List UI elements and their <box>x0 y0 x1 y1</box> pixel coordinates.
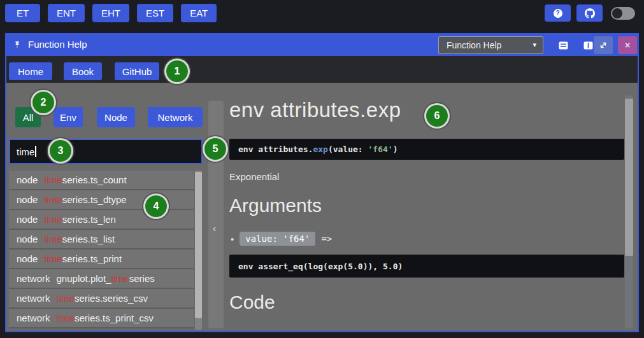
annotation-number: 5 <box>213 143 218 155</box>
top-toolbar-right: ? <box>545 4 635 22</box>
detail-scrollbar-thumb[interactable] <box>625 99 633 256</box>
sig-part: ) <box>393 144 398 154</box>
toolbar-button-est[interactable]: EST <box>137 4 173 22</box>
signature-code-block: env attributes.exp(value: 'f64') <box>229 139 624 160</box>
argument-item: • value: 'f64' => <box>231 232 332 246</box>
nav-strip: Home Book GitHub <box>6 56 638 83</box>
match-highlight: time <box>44 234 62 244</box>
search-input[interactable]: time <box>9 139 203 164</box>
annotation-circle-6: 6 <box>426 105 448 127</box>
result-row[interactable]: networkgnuplot.plot_timeseries <box>9 269 194 289</box>
pin-icon <box>13 41 22 52</box>
match-highlight: time <box>57 293 75 304</box>
function-summary: Exponential <box>229 171 279 182</box>
help-button[interactable]: ? <box>545 4 571 22</box>
window-title: Function Help <box>28 39 87 50</box>
maximize-button[interactable] <box>594 36 613 54</box>
result-prefix: network <box>17 313 50 323</box>
result-row[interactable]: networktimeseries.series_csv <box>9 289 194 309</box>
result-prefix: network <box>17 293 50 304</box>
theme-toggle[interactable] <box>611 7 635 20</box>
result-row[interactable]: nodetimeseries.ts_count <box>9 171 194 190</box>
nav-github-button[interactable]: GitHub <box>115 62 159 80</box>
maximize-icon <box>599 41 608 50</box>
help-icon: ? <box>554 9 562 18</box>
result-row[interactable]: networktimeseries.ts_print_csv <box>9 309 194 328</box>
result-name: timeseries.series_csv <box>57 293 148 304</box>
panel-divider[interactable]: ‹ <box>208 101 224 328</box>
list-scrollbar[interactable] <box>195 171 202 330</box>
match-highlight: time <box>44 253 62 264</box>
search-value: time <box>17 146 34 157</box>
nav-home-button[interactable]: Home <box>9 62 52 80</box>
screen: ET ENT EHT EST EAT ? Function Help Funct… <box>0 0 644 338</box>
github-button[interactable] <box>576 4 603 22</box>
result-row[interactable]: nodetimeseries.ts_len <box>9 210 194 230</box>
sig-part: env attributes. <box>238 144 313 154</box>
window-split-icon[interactable] <box>583 41 593 52</box>
toolbar-button-eht[interactable]: EHT <box>92 4 129 22</box>
match-highlight: time <box>44 174 62 185</box>
result-name: timeseries.ts_len <box>44 214 116 225</box>
result-name: gnuplot.plot_timeseries <box>57 273 155 284</box>
result-name: timeseries.ts_print <box>44 253 122 264</box>
function-help-window: Function Help Function Help ▾ × Home Boo… <box>5 33 639 332</box>
match-highlight: time <box>57 313 75 323</box>
result-prefix: node <box>17 234 38 244</box>
result-prefix: node <box>17 253 38 264</box>
window-content: All Env Node Network time nodetimeseries… <box>6 83 638 331</box>
window-titlebar: Function Help Function Help ▾ × <box>6 34 638 56</box>
annotation-number: 2 <box>41 97 47 108</box>
window-shade-icon[interactable] <box>559 41 568 52</box>
filter-network-button[interactable]: Network <box>148 107 203 127</box>
result-name: timeseries.ts_print_csv <box>57 313 154 323</box>
code-heading: Code <box>229 292 275 313</box>
toolbar-button-ent[interactable]: ENT <box>48 4 85 22</box>
filter-env-button[interactable]: Env <box>54 107 83 127</box>
annotation-number: 3 <box>58 145 64 157</box>
github-icon <box>585 8 595 18</box>
filter-node-button[interactable]: Node <box>97 107 135 127</box>
sig-function: exp <box>313 144 327 154</box>
nav-book-button[interactable]: Book <box>64 62 102 80</box>
argument-arrow: => <box>321 234 332 244</box>
annotation-circle-2: 2 <box>32 92 54 113</box>
chevron-down-icon: ▾ <box>533 41 536 49</box>
result-row[interactable]: nodetimeseries.ts_list <box>9 230 194 250</box>
arguments-heading: Arguments <box>229 195 322 216</box>
toggle-knob <box>612 8 622 18</box>
annotation-circle-3: 3 <box>50 140 71 162</box>
close-icon: × <box>625 40 630 50</box>
annotation-number: 6 <box>434 110 440 122</box>
result-name: timeseries.ts_dtype <box>44 194 126 205</box>
result-prefix: network <box>17 273 50 284</box>
toolbar-button-et[interactable]: ET <box>5 4 40 22</box>
sig-part: (value: <box>328 144 368 154</box>
match-highlight: time <box>44 214 62 225</box>
toolbar-button-eat[interactable]: EAT <box>181 4 217 22</box>
list-scrollbar-thumb[interactable] <box>195 172 202 318</box>
top-toolbar: ET ENT EHT EST EAT <box>5 4 217 22</box>
text-caret <box>35 146 36 157</box>
example-code: env assert_eq(log(exp(5.0)), 5.0) <box>238 262 403 271</box>
annotation-circle-5: 5 <box>204 138 226 160</box>
match-highlight: time <box>111 273 129 284</box>
example-code-block: env assert_eq(log(exp(5.0)), 5.0) <box>229 255 624 278</box>
annotation-number: 4 <box>154 201 159 212</box>
close-button[interactable]: × <box>618 36 637 54</box>
match-highlight: time <box>44 194 62 205</box>
result-prefix: node <box>17 194 38 205</box>
result-name: timeseries.ts_count <box>44 174 126 185</box>
result-prefix: node <box>17 174 38 185</box>
sig-string: 'f64' <box>368 144 393 154</box>
detail-scrollbar[interactable] <box>625 95 633 328</box>
result-row[interactable]: nodetimeseries.ts_print <box>9 250 194 269</box>
detail-title: env attributes.exp <box>229 98 401 122</box>
collapse-chevron-icon: ‹ <box>213 223 216 234</box>
argument-code: value: 'f64' <box>240 232 315 246</box>
annotation-circle-1: 1 <box>166 60 188 82</box>
result-prefix: node <box>17 214 38 225</box>
help-topic-dropdown[interactable]: Function Help ▾ <box>438 36 543 54</box>
bullet-icon: • <box>231 234 234 244</box>
annotation-number: 1 <box>175 66 180 77</box>
